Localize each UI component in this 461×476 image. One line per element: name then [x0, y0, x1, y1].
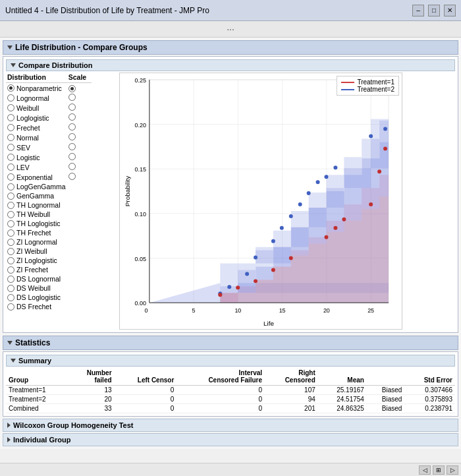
radio-dot[interactable]	[7, 183, 14, 191]
dist-cell[interactable]: Exponential	[6, 172, 67, 182]
scale-radio[interactable]	[68, 173, 76, 180]
bottom-icon-2[interactable]: ⊞	[433, 465, 445, 475]
scale-cell[interactable]	[67, 93, 92, 103]
radio-dot[interactable]	[7, 114, 14, 121]
dist-cell[interactable]: TH Frechet	[6, 228, 67, 237]
scale-cell[interactable]	[67, 228, 92, 237]
scale-cell[interactable]	[67, 83, 92, 94]
main-section-header[interactable]: Life Distribution - Compare Groups	[3, 40, 458, 55]
radio-dot[interactable]	[7, 84, 14, 92]
dist-cell[interactable]: Loglogistic	[6, 113, 67, 123]
radio-dot[interactable]	[7, 173, 14, 181]
dist-cell[interactable]: Logistic	[6, 152, 67, 162]
scale-cell[interactable]	[67, 283, 92, 293]
scale-cell[interactable]	[67, 237, 92, 247]
scale-cell[interactable]	[67, 142, 92, 152]
radio-dot[interactable]	[7, 154, 14, 161]
scale-radio[interactable]	[68, 94, 76, 101]
dist-cell[interactable]: ZI Frechet	[6, 265, 67, 274]
dist-cell[interactable]: DS Lognormal	[6, 274, 67, 283]
scale-cell[interactable]	[67, 200, 92, 210]
dist-cell[interactable]: Weibull	[6, 103, 67, 113]
scale-radio[interactable]	[68, 123, 76, 131]
dist-cell[interactable]: Normal	[6, 133, 67, 142]
wilcoxon-button[interactable]: Wilcoxon Group Homogeneity Test	[3, 419, 458, 432]
scale-cell[interactable]	[67, 265, 92, 274]
dist-cell[interactable]: Frechet	[6, 123, 67, 133]
radio-dot[interactable]	[7, 124, 14, 131]
dist-cell[interactable]: ZI Lognormal	[6, 237, 67, 247]
individual-group-button[interactable]: Individual Group	[3, 433, 458, 446]
dist-cell[interactable]: TH Lognormal	[6, 200, 67, 210]
dist-cell[interactable]: TH Loglogistic	[6, 219, 67, 228]
radio-dot[interactable]	[7, 134, 14, 141]
svg-text:Life: Life	[263, 320, 274, 327]
radio-dot[interactable]	[7, 285, 14, 292]
radio-dot[interactable]	[7, 303, 14, 311]
scale-cell[interactable]	[67, 113, 92, 123]
scale-cell[interactable]	[67, 302, 92, 311]
dist-cell[interactable]: ZI Weibull	[6, 247, 67, 256]
radio-dot[interactable]	[7, 144, 14, 151]
scale-cell[interactable]	[67, 182, 92, 191]
stats-mean: 24.86325	[318, 404, 367, 413]
dist-cell[interactable]: SEV	[6, 142, 67, 152]
radio-dot[interactable]	[7, 239, 14, 246]
scale-cell[interactable]	[67, 191, 92, 200]
radio-dot[interactable]	[7, 229, 14, 237]
scale-cell[interactable]	[67, 123, 92, 133]
wilcoxon-expand-icon	[7, 423, 11, 428]
scale-cell[interactable]	[67, 274, 92, 283]
maximize-button[interactable]: □	[428, 5, 440, 16]
summary-header[interactable]: Summary	[6, 355, 455, 367]
radio-dot[interactable]	[7, 220, 14, 227]
radio-dot[interactable]	[7, 211, 14, 218]
scale-cell[interactable]	[67, 293, 92, 302]
scale-cell[interactable]	[67, 162, 92, 172]
scale-cell[interactable]	[67, 133, 92, 142]
radio-dot[interactable]	[7, 202, 14, 209]
dist-cell[interactable]: ZI Loglogistic	[6, 256, 67, 265]
compare-dist-header[interactable]: Compare Distribution	[6, 59, 455, 71]
scale-cell[interactable]	[67, 103, 92, 113]
radio-dot[interactable]	[7, 193, 14, 200]
radio-dot[interactable]	[7, 276, 14, 283]
scale-radio[interactable]	[68, 113, 76, 121]
dist-cell[interactable]: GenGamma	[6, 191, 67, 200]
radio-dot[interactable]	[7, 248, 14, 255]
dist-cell[interactable]: DS Loglogistic	[6, 293, 67, 302]
dist-cell[interactable]: DS Frechet	[6, 302, 67, 311]
radio-dot[interactable]	[7, 94, 14, 102]
dist-cell[interactable]: Nonparametric	[6, 83, 67, 94]
window-controls: – □ ✕	[412, 5, 456, 16]
statistics-header[interactable]: Statistics	[3, 336, 458, 350]
dist-cell[interactable]: LEV	[6, 162, 67, 172]
scale-radio[interactable]	[68, 133, 76, 140]
radio-dot[interactable]	[7, 104, 14, 111]
scale-cell[interactable]	[67, 152, 92, 162]
scale-cell[interactable]	[67, 210, 92, 219]
scale-radio[interactable]	[68, 104, 76, 111]
radio-dot[interactable]	[7, 266, 14, 274]
scale-radio[interactable]	[68, 153, 76, 160]
scale-cell[interactable]	[67, 172, 92, 182]
dist-cell[interactable]: Lognormal	[6, 93, 67, 103]
summary-expand-icon	[11, 359, 16, 363]
dist-cell[interactable]: TH Weibull	[6, 210, 67, 219]
menu-dots[interactable]: ···	[0, 21, 461, 38]
scale-cell[interactable]	[67, 247, 92, 256]
bottom-icon-1[interactable]: ◁	[419, 465, 431, 475]
minimize-button[interactable]: –	[412, 5, 424, 16]
scale-radio[interactable]	[68, 85, 76, 92]
scale-cell[interactable]	[67, 256, 92, 265]
radio-dot[interactable]	[7, 294, 14, 301]
dist-cell[interactable]: DS Weibull	[6, 283, 67, 293]
scale-radio[interactable]	[68, 163, 76, 170]
dist-cell[interactable]: LogGenGamma	[6, 182, 67, 191]
radio-dot[interactable]	[7, 164, 14, 171]
scale-cell[interactable]	[67, 219, 92, 228]
bottom-icon-3[interactable]: ▷	[447, 465, 458, 475]
scale-radio[interactable]	[68, 143, 76, 150]
close-button[interactable]: ✕	[444, 5, 456, 16]
radio-dot[interactable]	[7, 257, 14, 264]
